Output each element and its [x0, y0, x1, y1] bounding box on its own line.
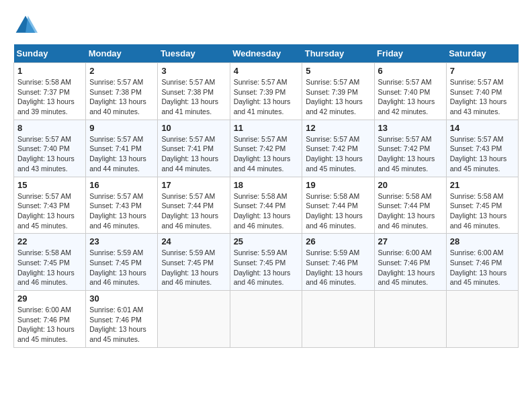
day-detail: Sunrise: 5:57 AMSunset: 7:41 PMDaylight:… [161, 134, 226, 174]
week-row-4: 22Sunrise: 5:58 AMSunset: 7:45 PMDayligh… [14, 234, 519, 291]
day-detail: Sunrise: 5:58 AMSunset: 7:44 PMDaylight:… [234, 191, 299, 231]
calendar-cell: 3Sunrise: 5:57 AMSunset: 7:38 PMDaylight… [158, 63, 230, 120]
day-detail: Sunrise: 5:57 AMSunset: 7:44 PMDaylight:… [161, 191, 226, 231]
calendar-cell [446, 291, 518, 348]
calendar-cell: 20Sunrise: 5:58 AMSunset: 7:44 PMDayligh… [374, 177, 446, 234]
calendar-table: SundayMondayTuesdayWednesdayThursdayFrid… [13, 44, 519, 348]
day-number: 4 [234, 66, 299, 76]
calendar-cell: 22Sunrise: 5:58 AMSunset: 7:45 PMDayligh… [14, 234, 86, 291]
day-detail: Sunrise: 6:00 AMSunset: 7:46 PMDaylight:… [450, 248, 515, 287]
day-detail: Sunrise: 5:59 AMSunset: 7:46 PMDaylight:… [306, 248, 370, 287]
logo-icon [13, 13, 38, 38]
day-detail: Sunrise: 5:57 AMSunset: 7:40 PMDaylight:… [17, 134, 82, 174]
day-number: 9 [89, 123, 154, 133]
day-detail: Sunrise: 5:57 AMSunset: 7:38 PMDaylight:… [161, 77, 226, 117]
day-number: 5 [306, 66, 370, 76]
calendar-cell: 17Sunrise: 5:57 AMSunset: 7:44 PMDayligh… [158, 177, 230, 234]
week-row-2: 8Sunrise: 5:57 AMSunset: 7:40 PMDaylight… [14, 120, 519, 177]
day-detail: Sunrise: 6:00 AMSunset: 7:46 PMDaylight:… [17, 305, 82, 345]
day-number: 6 [378, 66, 443, 76]
day-number: 30 [89, 293, 154, 304]
day-detail: Sunrise: 5:59 AMSunset: 7:45 PMDaylight:… [89, 248, 154, 287]
day-detail: Sunrise: 5:58 AMSunset: 7:44 PMDaylight:… [306, 191, 370, 231]
calendar-cell: 6Sunrise: 5:57 AMSunset: 7:40 PMDaylight… [374, 63, 446, 120]
day-number: 24 [161, 236, 226, 246]
day-number: 17 [161, 180, 226, 190]
calendar-cell: 8Sunrise: 5:57 AMSunset: 7:40 PMDaylight… [14, 120, 86, 177]
day-number: 13 [378, 123, 443, 133]
calendar-cell: 24Sunrise: 5:59 AMSunset: 7:45 PMDayligh… [158, 234, 230, 291]
day-number: 28 [450, 236, 515, 246]
day-detail: Sunrise: 5:59 AMSunset: 7:45 PMDaylight:… [234, 248, 299, 287]
day-number: 10 [161, 123, 226, 133]
calendar-cell: 23Sunrise: 5:59 AMSunset: 7:45 PMDayligh… [86, 234, 158, 291]
day-detail: Sunrise: 5:57 AMSunset: 7:39 PMDaylight:… [234, 77, 299, 117]
day-detail: Sunrise: 5:58 AMSunset: 7:45 PMDaylight:… [450, 191, 515, 231]
day-number: 19 [306, 180, 370, 190]
day-number: 26 [306, 236, 370, 246]
calendar-cell: 11Sunrise: 5:57 AMSunset: 7:42 PMDayligh… [230, 120, 302, 177]
week-row-1: 1Sunrise: 5:58 AMSunset: 7:37 PMDaylight… [14, 63, 519, 120]
day-detail: Sunrise: 5:57 AMSunset: 7:42 PMDaylight:… [306, 134, 370, 174]
day-detail: Sunrise: 5:57 AMSunset: 7:41 PMDaylight:… [89, 134, 154, 174]
day-number: 3 [161, 66, 226, 76]
week-row-5: 29Sunrise: 6:00 AMSunset: 7:46 PMDayligh… [14, 291, 519, 348]
day-number: 27 [378, 236, 443, 246]
day-detail: Sunrise: 5:59 AMSunset: 7:45 PMDaylight:… [161, 248, 226, 287]
day-number: 22 [17, 236, 82, 246]
day-number: 20 [378, 180, 443, 190]
weekday-saturday: Saturday [446, 44, 518, 63]
day-number: 7 [450, 66, 515, 76]
weekday-tuesday: Tuesday [158, 44, 230, 63]
day-detail: Sunrise: 5:58 AMSunset: 7:37 PMDaylight:… [17, 77, 82, 117]
calendar-cell [230, 291, 302, 348]
calendar-cell: 12Sunrise: 5:57 AMSunset: 7:42 PMDayligh… [302, 120, 374, 177]
calendar-cell: 16Sunrise: 5:57 AMSunset: 7:43 PMDayligh… [86, 177, 158, 234]
calendar-cell: 28Sunrise: 6:00 AMSunset: 7:46 PMDayligh… [446, 234, 518, 291]
day-number: 23 [89, 236, 154, 246]
calendar-cell: 19Sunrise: 5:58 AMSunset: 7:44 PMDayligh… [302, 177, 374, 234]
calendar-cell: 9Sunrise: 5:57 AMSunset: 7:41 PMDaylight… [86, 120, 158, 177]
calendar-cell: 10Sunrise: 5:57 AMSunset: 7:41 PMDayligh… [158, 120, 230, 177]
calendar-cell: 14Sunrise: 5:57 AMSunset: 7:43 PMDayligh… [446, 120, 518, 177]
page-header [13, 13, 519, 38]
weekday-monday: Monday [86, 44, 158, 63]
calendar-cell: 1Sunrise: 5:58 AMSunset: 7:37 PMDaylight… [14, 63, 86, 120]
day-number: 11 [234, 123, 299, 133]
calendar-cell [374, 291, 446, 348]
day-detail: Sunrise: 5:57 AMSunset: 7:42 PMDaylight:… [234, 134, 299, 174]
day-detail: Sunrise: 6:00 AMSunset: 7:46 PMDaylight:… [378, 248, 443, 287]
day-detail: Sunrise: 5:57 AMSunset: 7:42 PMDaylight:… [378, 134, 443, 174]
calendar-cell: 18Sunrise: 5:58 AMSunset: 7:44 PMDayligh… [230, 177, 302, 234]
day-number: 15 [17, 180, 82, 190]
day-number: 1 [17, 66, 82, 76]
weekday-friday: Friday [374, 44, 446, 63]
day-detail: Sunrise: 5:57 AMSunset: 7:43 PMDaylight:… [89, 191, 154, 231]
calendar-cell: 30Sunrise: 6:01 AMSunset: 7:46 PMDayligh… [86, 291, 158, 348]
calendar-cell: 13Sunrise: 5:57 AMSunset: 7:42 PMDayligh… [374, 120, 446, 177]
weekday-wednesday: Wednesday [230, 44, 302, 63]
calendar-cell: 7Sunrise: 5:57 AMSunset: 7:40 PMDaylight… [446, 63, 518, 120]
day-number: 2 [89, 66, 154, 76]
calendar-cell: 2Sunrise: 5:57 AMSunset: 7:38 PMDaylight… [86, 63, 158, 120]
calendar-body: 1Sunrise: 5:58 AMSunset: 7:37 PMDaylight… [14, 63, 519, 348]
week-row-3: 15Sunrise: 5:57 AMSunset: 7:43 PMDayligh… [14, 177, 519, 234]
calendar-cell: 21Sunrise: 5:58 AMSunset: 7:45 PMDayligh… [446, 177, 518, 234]
day-detail: Sunrise: 6:01 AMSunset: 7:46 PMDaylight:… [89, 305, 154, 345]
calendar-cell: 29Sunrise: 6:00 AMSunset: 7:46 PMDayligh… [14, 291, 86, 348]
calendar-cell: 27Sunrise: 6:00 AMSunset: 7:46 PMDayligh… [374, 234, 446, 291]
day-detail: Sunrise: 5:58 AMSunset: 7:45 PMDaylight:… [17, 248, 82, 287]
day-detail: Sunrise: 5:57 AMSunset: 7:38 PMDaylight:… [89, 77, 154, 117]
calendar-cell: 4Sunrise: 5:57 AMSunset: 7:39 PMDaylight… [230, 63, 302, 120]
day-number: 29 [17, 293, 82, 304]
calendar-cell [302, 291, 374, 348]
day-detail: Sunrise: 5:57 AMSunset: 7:39 PMDaylight:… [306, 77, 370, 117]
weekday-sunday: Sunday [14, 44, 86, 63]
day-number: 12 [306, 123, 370, 133]
calendar-cell: 15Sunrise: 5:57 AMSunset: 7:43 PMDayligh… [14, 177, 86, 234]
day-number: 25 [234, 236, 299, 246]
logo [13, 13, 42, 38]
svg-marker-1 [26, 16, 38, 33]
day-detail: Sunrise: 5:57 AMSunset: 7:43 PMDaylight:… [450, 134, 515, 174]
day-number: 14 [450, 123, 515, 133]
